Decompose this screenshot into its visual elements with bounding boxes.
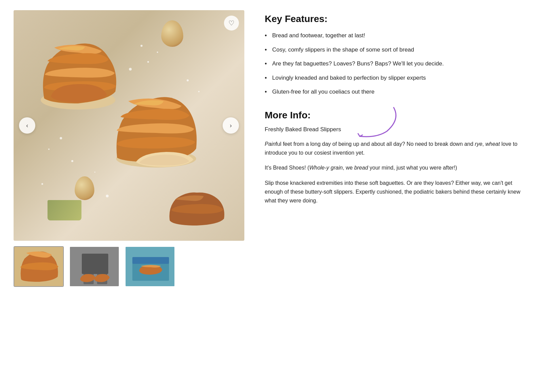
egg-decoration-1	[161, 20, 183, 47]
thumbnail-1[interactable]	[14, 246, 64, 287]
feature-item-2: Cosy, comfy slippers in the shape of som…	[265, 45, 529, 54]
product-name: Freshly Baked Bread Slippers	[265, 126, 341, 133]
description-para-1: Painful feet from a long day of being up…	[265, 140, 529, 158]
content-section: Key Features: Bread and footwear, togeth…	[265, 10, 529, 287]
feature-item-5: Gluten-free for all you coeliacs out the…	[265, 87, 529, 96]
thumbnail-row	[14, 246, 244, 287]
image-section: ‹ › ♡	[14, 10, 244, 287]
thumbnail-2[interactable]	[69, 246, 119, 287]
next-image-button[interactable]: ›	[223, 117, 239, 134]
feature-item-1: Bread and footwear, together at last!	[265, 31, 529, 40]
description-para-3: Slip those knackered extremities into th…	[265, 179, 529, 205]
svg-rect-6	[82, 254, 108, 274]
page-container: ‹ › ♡	[0, 0, 543, 297]
feature-item-3: Are they fat baguettes? Loaves? Buns? Ba…	[265, 59, 529, 68]
thumbnail-3-image	[126, 247, 174, 286]
wishlist-button[interactable]: ♡	[224, 16, 239, 31]
thumbnail-3[interactable]	[125, 246, 175, 287]
key-features-heading: Key Features:	[265, 14, 529, 24]
thumbnail-2-image	[70, 247, 119, 286]
svg-rect-9	[132, 257, 169, 264]
main-image-wrapper: ‹ › ♡	[14, 10, 244, 241]
main-image-bg	[14, 10, 244, 241]
features-list: Bread and footwear, together at last! Co…	[265, 31, 529, 96]
egg-decoration-2	[75, 176, 94, 200]
bread-loaf-decoration	[166, 190, 227, 227]
prev-image-button[interactable]: ‹	[19, 117, 35, 134]
more-info-section: More Info: Freshly Baked Bread Slippers …	[265, 110, 529, 205]
slipper-right	[109, 92, 204, 170]
decorative-arrow	[339, 106, 400, 140]
thumbnail-1-image	[14, 247, 63, 286]
feature-item-4: Lovingly kneaded and baked to perfection…	[265, 74, 529, 82]
product-name-row: Freshly Baked Bread Slippers	[265, 126, 529, 133]
description-para-2: It's Bread Shoes! (Whole-y grain, we bre…	[265, 163, 529, 172]
cloth-decoration	[48, 200, 81, 220]
